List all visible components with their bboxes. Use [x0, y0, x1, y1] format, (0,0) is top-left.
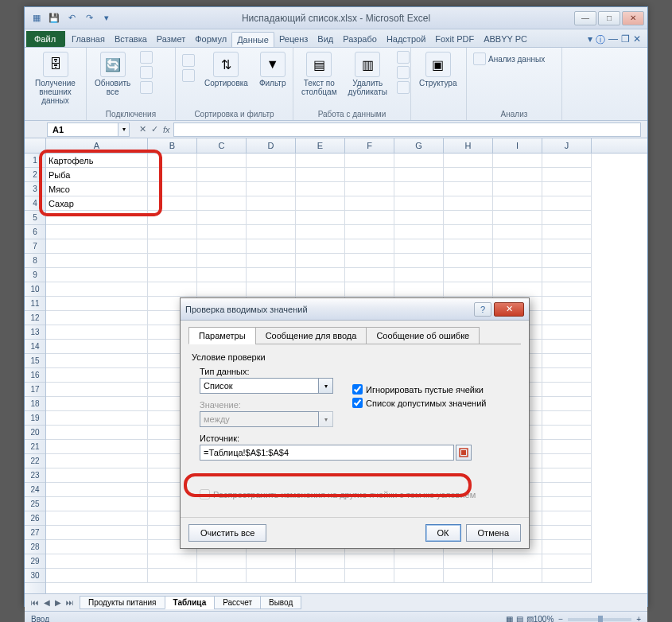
edit-links-button[interactable] — [138, 80, 154, 95]
zoom-out-button[interactable]: − — [558, 615, 563, 622]
cell-A8[interactable] — [46, 254, 148, 268]
cell-G6[interactable] — [394, 225, 444, 239]
cell-J9[interactable] — [542, 268, 592, 282]
cell-D8[interactable] — [247, 254, 296, 268]
sheet-tab-2[interactable]: Рассчет — [214, 596, 261, 609]
cell-J8[interactable] — [542, 254, 592, 268]
cell-J12[interactable] — [542, 311, 592, 325]
row-header-17[interactable]: 17 — [25, 383, 45, 397]
cell-J20[interactable] — [542, 426, 592, 440]
cell-I2[interactable] — [493, 168, 542, 182]
col-header-F[interactable]: F — [345, 138, 394, 153]
cell-J16[interactable] — [542, 368, 592, 383]
cell-A28[interactable] — [46, 540, 148, 554]
col-header-G[interactable]: G — [394, 138, 444, 153]
close-button[interactable]: ✕ — [622, 11, 644, 25]
connections-button[interactable] — [138, 50, 154, 64]
cell-E5[interactable] — [296, 211, 345, 225]
row-header-28[interactable]: 28 — [25, 540, 45, 554]
cell-A23[interactable] — [46, 468, 148, 483]
ribbon-tab-8[interactable]: Надстрой — [382, 32, 430, 47]
cell-I9[interactable] — [493, 268, 542, 282]
cell-A26[interactable] — [46, 511, 148, 526]
cell-D5[interactable] — [247, 211, 296, 225]
row-header-9[interactable]: 9 — [25, 268, 45, 282]
sort-desc-button[interactable] — [181, 68, 196, 83]
text-to-columns-button[interactable]: ▤ Текст по столбцам — [298, 50, 340, 98]
cell-I30[interactable] — [493, 569, 542, 583]
cell-A16[interactable] — [46, 368, 148, 383]
cell-I7[interactable] — [493, 239, 542, 254]
cell-B3[interactable] — [148, 182, 197, 196]
cell-A6[interactable] — [46, 225, 148, 239]
cell-C7[interactable] — [197, 239, 247, 254]
col-header-E[interactable]: E — [296, 138, 345, 153]
cell-D6[interactable] — [247, 225, 296, 239]
cell-H9[interactable] — [444, 268, 493, 282]
cell-A10[interactable] — [46, 282, 148, 297]
fx-accept-icon[interactable]: ✓ — [151, 124, 158, 134]
file-tab[interactable]: Файл — [26, 31, 65, 47]
col-header-D[interactable]: D — [247, 138, 296, 153]
cell-A25[interactable] — [46, 497, 148, 511]
cell-H4[interactable] — [444, 196, 493, 211]
cell-B5[interactable] — [148, 211, 197, 225]
cell-G4[interactable] — [394, 196, 444, 211]
ok-button[interactable]: ОК — [425, 524, 461, 542]
select-all-corner[interactable] — [25, 138, 46, 153]
row-header-1[interactable]: 1 — [25, 154, 45, 168]
cell-F5[interactable] — [345, 211, 394, 225]
maximize-button[interactable]: □ — [598, 11, 620, 25]
ribbon-tab-2[interactable]: Размет — [152, 32, 190, 47]
cell-F10[interactable] — [345, 282, 394, 297]
cell-E7[interactable] — [296, 239, 345, 254]
fx-icon[interactable]: fx — [163, 125, 170, 134]
source-input[interactable] — [200, 445, 454, 461]
cell-A4[interactable]: Сахар — [46, 196, 148, 211]
cell-B9[interactable] — [148, 268, 197, 282]
cell-E1[interactable] — [296, 154, 345, 168]
ribbon-tab-5[interactable]: Реценз — [274, 32, 313, 47]
cell-J17[interactable] — [542, 383, 592, 397]
cell-H2[interactable] — [444, 168, 493, 182]
cell-G5[interactable] — [394, 211, 444, 225]
row-header-29[interactable]: 29 — [25, 554, 45, 569]
minimize-button[interactable]: — — [574, 11, 596, 25]
cell-J7[interactable] — [542, 239, 592, 254]
cell-J19[interactable] — [542, 411, 592, 426]
cell-G3[interactable] — [394, 182, 444, 196]
cell-J10[interactable] — [542, 282, 592, 297]
cell-A5[interactable] — [46, 211, 148, 225]
cell-C30[interactable] — [197, 569, 247, 583]
row-header-26[interactable]: 26 — [25, 511, 45, 526]
cell-A13[interactable] — [46, 325, 148, 340]
cell-A27[interactable] — [46, 526, 148, 540]
cell-H10[interactable] — [444, 282, 493, 297]
col-header-I[interactable]: I — [493, 138, 542, 153]
cell-B29[interactable] — [148, 554, 197, 569]
cell-E4[interactable] — [296, 196, 345, 211]
cell-C1[interactable] — [197, 154, 247, 168]
dialog-tab-0[interactable]: Параметры — [188, 327, 256, 344]
cell-J6[interactable] — [542, 225, 592, 239]
ribbon-dropdown-icon[interactable]: ▾ — [588, 33, 592, 47]
save-icon[interactable]: 💾 — [47, 11, 61, 25]
cell-H7[interactable] — [444, 239, 493, 254]
cell-G29[interactable] — [394, 554, 444, 569]
dialog-close-button[interactable]: ✕ — [494, 302, 524, 317]
cell-B6[interactable] — [148, 225, 197, 239]
row-header-23[interactable]: 23 — [25, 468, 45, 483]
cell-A15[interactable] — [46, 354, 148, 368]
cell-A18[interactable] — [46, 397, 148, 411]
sheet-tab-1[interactable]: Таблица — [165, 596, 216, 609]
cell-C8[interactable] — [197, 254, 247, 268]
row-header-8[interactable]: 8 — [25, 254, 45, 268]
ribbon-tab-4[interactable]: Данные — [231, 32, 274, 47]
cell-F6[interactable] — [345, 225, 394, 239]
cell-J21[interactable] — [542, 440, 592, 454]
redo-icon[interactable]: ↷ — [82, 11, 96, 25]
cell-J14[interactable] — [542, 340, 592, 354]
cell-J23[interactable] — [542, 468, 592, 483]
cell-A3[interactable]: Мясо — [46, 182, 148, 196]
sheet-next-icon[interactable]: ▶ — [53, 598, 63, 607]
